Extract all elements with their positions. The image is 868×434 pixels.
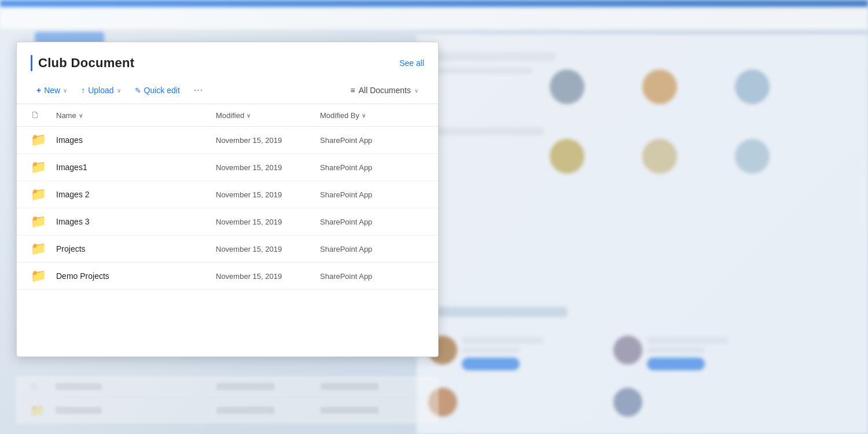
document-card: Club Document See all + New ∨ ↑ Upload ∨…	[16, 42, 439, 357]
bg-text-1	[428, 52, 556, 61]
see-all-link[interactable]: See all	[399, 58, 424, 68]
ghost-date-2	[216, 407, 274, 414]
ghost-name-1	[56, 383, 102, 390]
bg-name-1	[462, 337, 543, 344]
row-0-date: November 15, 2019	[216, 136, 320, 145]
folder-icon: 📁	[31, 187, 46, 201]
row-3-author: SharePoint App	[320, 218, 424, 226]
row-2-icon: 📁	[31, 187, 56, 202]
row-3-name: Images 3	[56, 217, 216, 226]
ghost-rows: 🗋 📁	[16, 376, 439, 434]
all-documents-button[interactable]: ≡ All Documents ∨	[345, 82, 424, 98]
row-4-name: Projects	[56, 244, 216, 253]
bg-name-2	[647, 337, 728, 344]
row-3-date: November 15, 2019	[216, 218, 320, 226]
folder-icon: 📁	[31, 269, 46, 283]
table-row[interactable]: 📁 Images November 15, 2019 SharePoint Ap…	[17, 127, 438, 154]
row-2-author: SharePoint App	[320, 190, 424, 199]
ghost-row-1: 🗋	[16, 376, 439, 398]
modified-by-col-label: Modified By	[320, 111, 359, 120]
bg-avatar-6	[735, 139, 770, 174]
folder-icon: 📁	[31, 241, 46, 256]
bg-avatar-1	[550, 69, 584, 104]
table-row[interactable]: 📁 Projects November 15, 2019 SharePoint …	[17, 236, 438, 263]
row-4-author: SharePoint App	[320, 245, 424, 253]
row-5-icon: 📁	[31, 269, 56, 284]
more-button[interactable]: ···	[188, 82, 209, 99]
new-chevron-icon: ∨	[63, 87, 67, 94]
table-row[interactable]: 📁 Images 2 November 15, 2019 SharePoint …	[17, 181, 438, 208]
name-col-label: Name	[56, 111, 76, 120]
row-4-date: November 15, 2019	[216, 245, 320, 253]
ghost-name-2	[56, 407, 102, 414]
card-title: Club Document	[38, 56, 134, 71]
bg-pill-2	[647, 358, 705, 370]
row-4-icon: 📁	[31, 241, 56, 256]
title-accent-bar	[31, 55, 32, 71]
ghost-icon-2: 📁	[30, 403, 56, 417]
upload-label: Upload	[88, 86, 113, 95]
bg-avatar-3	[735, 69, 770, 104]
filter-icon: ≡	[351, 86, 355, 95]
new-label: New	[44, 86, 60, 95]
pencil-icon: ✎	[135, 86, 141, 95]
file-table: 🗋 Name ∨ Modified ∨ Modified By ∨ 📁 Imag…	[17, 104, 438, 356]
col-modified-by-header[interactable]: Modified By ∨	[320, 111, 424, 120]
quick-edit-label: Quick edit	[144, 86, 180, 95]
table-header: 🗋 Name ∨ Modified ∨ Modified By ∨	[17, 104, 438, 127]
row-0-author: SharePoint App	[320, 136, 424, 145]
bg-sub-2	[647, 347, 705, 353]
name-sort-icon: ∨	[79, 112, 83, 119]
upload-button[interactable]: ↑ Upload ∨	[75, 82, 126, 98]
card-title-section: Club Document	[31, 55, 134, 71]
table-row[interactable]: 📁 Demo Projects November 15, 2019 ShareP…	[17, 263, 438, 290]
table-row[interactable]: 📁 Images1 November 15, 2019 SharePoint A…	[17, 154, 438, 181]
upload-chevron-icon: ∨	[117, 87, 121, 94]
all-docs-label: All Documents	[359, 86, 411, 95]
row-1-date: November 15, 2019	[216, 163, 320, 172]
ghost-row-2: 📁	[16, 398, 439, 424]
row-1-name: Images1	[56, 163, 216, 172]
table-row[interactable]: 📁 Images 3 November 15, 2019 SharePoint …	[17, 208, 438, 236]
row-2-date: November 15, 2019	[216, 190, 320, 199]
ghost-date-1	[216, 383, 274, 390]
row-2-name: Images 2	[56, 190, 216, 199]
bg-text-4	[428, 307, 567, 317]
row-5-name: Demo Projects	[56, 271, 216, 281]
modified-by-sort-icon: ∨	[362, 112, 366, 119]
col-icon-header: 🗋	[31, 110, 56, 120]
row-0-icon: 📁	[31, 133, 56, 148]
row-0-name: Images	[56, 135, 216, 145]
ghost-author-2	[321, 407, 378, 414]
row-3-icon: 📁	[31, 214, 56, 229]
row-1-icon: 📁	[31, 160, 56, 175]
bg-avatar-4	[550, 139, 584, 174]
row-1-author: SharePoint App	[320, 163, 424, 172]
col-name-header[interactable]: Name ∨	[56, 111, 216, 120]
new-button[interactable]: + New ∨	[31, 82, 73, 98]
doc-header-icon: 🗋	[31, 110, 40, 120]
row-5-date: November 15, 2019	[216, 272, 320, 281]
ghost-icon-1: 🗋	[30, 382, 56, 391]
ghost-author-1	[321, 383, 378, 390]
bg-avatar-2	[642, 69, 677, 104]
bg-text-3	[428, 127, 544, 135]
folder-icon: 📁	[31, 214, 46, 229]
toolbar: + New ∨ ↑ Upload ∨ ✎ Quick edit ··· ≡ Al…	[17, 77, 438, 104]
plus-icon: +	[36, 86, 41, 95]
col-modified-header[interactable]: Modified ∨	[216, 111, 320, 120]
card-header: Club Document See all	[17, 42, 438, 77]
all-docs-chevron-icon: ∨	[414, 87, 418, 94]
bg-pill-1	[462, 358, 520, 370]
quick-edit-button[interactable]: ✎ Quick edit	[129, 82, 186, 98]
bg-person-2	[613, 336, 642, 365]
bg-person-4	[613, 388, 642, 417]
bg-text-2	[428, 67, 532, 74]
modified-sort-icon: ∨	[247, 112, 251, 119]
upload-icon: ↑	[81, 86, 85, 95]
bg-top-bar	[0, 0, 868, 7]
more-dots-icon: ···	[194, 85, 203, 95]
row-5-author: SharePoint App	[320, 272, 424, 281]
folder-icon: 📁	[31, 160, 46, 174]
bg-avatar-5	[642, 139, 677, 174]
